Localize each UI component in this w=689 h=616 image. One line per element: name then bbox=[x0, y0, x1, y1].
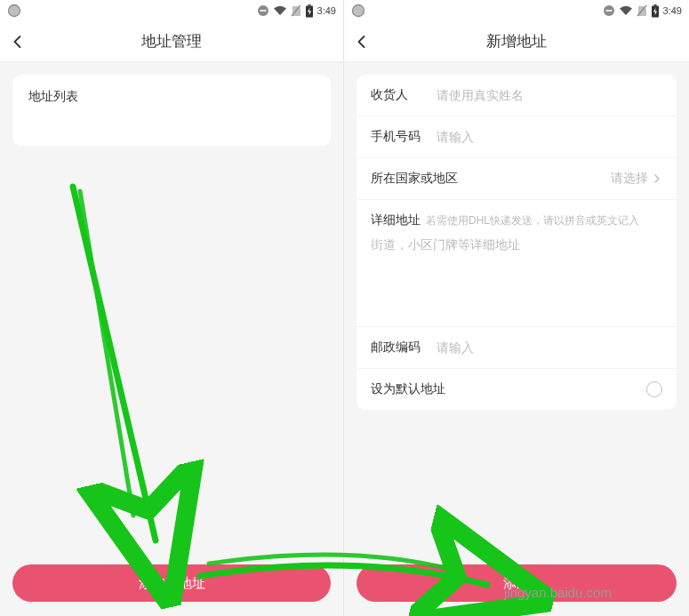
region-select-text: 请选择 bbox=[611, 171, 648, 187]
add-address-button[interactable]: 添加新地址 bbox=[12, 564, 331, 602]
address-form-card: 收货人 手机号码 所在国家或地区 请选择 详细地址 bbox=[357, 75, 677, 410]
camera-shutter-icon bbox=[7, 4, 21, 18]
address-list-heading: 地址列表 bbox=[12, 75, 331, 119]
status-bar: 3:49 bbox=[0, 0, 343, 21]
postal-label: 邮政编码 bbox=[371, 340, 437, 356]
postal-input[interactable] bbox=[437, 341, 662, 355]
recipient-input[interactable] bbox=[437, 89, 662, 102]
postal-row[interactable]: 邮政编码 bbox=[357, 327, 677, 369]
region-row[interactable]: 所在国家或地区 请选择 bbox=[357, 158, 677, 200]
svg-rect-8 bbox=[605, 10, 612, 12]
battery-icon bbox=[651, 4, 660, 18]
svg-rect-2 bbox=[260, 10, 266, 12]
recipient-row[interactable]: 收货人 bbox=[357, 75, 677, 116]
titlebar: 新增地址 bbox=[344, 21, 689, 62]
detail-hint: 若需使用DHL快递发送，请以拼音或英文记入 bbox=[426, 213, 639, 228]
chevron-right-icon bbox=[652, 173, 662, 184]
detail-label: 详细地址 bbox=[371, 212, 421, 228]
camera-shutter-icon bbox=[351, 4, 365, 18]
battery-icon bbox=[305, 4, 314, 18]
detail-address-row[interactable]: 详细地址 若需使用DHL快递发送，请以拼音或英文记入 bbox=[357, 200, 677, 327]
region-label: 所在国家或地区 bbox=[371, 171, 458, 187]
status-time: 3:49 bbox=[663, 5, 682, 16]
detail-input[interactable] bbox=[371, 237, 662, 319]
chevron-left-icon bbox=[10, 34, 26, 50]
wifi-icon bbox=[273, 5, 287, 16]
phone-row[interactable]: 手机号码 bbox=[357, 116, 677, 158]
phone-label: 手机号码 bbox=[371, 129, 437, 145]
submit-add-button[interactable]: 添加 bbox=[357, 564, 677, 602]
phone-input[interactable] bbox=[437, 131, 662, 144]
default-toggle-label: 设为默认地址 bbox=[371, 381, 445, 397]
back-button[interactable] bbox=[0, 21, 36, 62]
no-sim-icon bbox=[291, 4, 301, 17]
status-time: 3:49 bbox=[317, 5, 336, 16]
status-bar: 3:49 bbox=[344, 0, 689, 21]
no-sim-icon bbox=[637, 4, 647, 17]
svg-rect-4 bbox=[308, 4, 310, 6]
default-toggle[interactable] bbox=[646, 381, 662, 397]
page-title: 地址管理 bbox=[0, 31, 343, 52]
chevron-left-icon bbox=[354, 34, 370, 50]
page-title: 新增地址 bbox=[344, 31, 689, 52]
titlebar: 地址管理 bbox=[0, 21, 343, 62]
do-not-disturb-icon bbox=[257, 4, 269, 17]
wifi-icon bbox=[619, 5, 633, 16]
address-list-card: 地址列表 bbox=[12, 75, 331, 146]
back-button[interactable] bbox=[344, 21, 380, 62]
svg-rect-10 bbox=[653, 4, 656, 6]
default-address-row[interactable]: 设为默认地址 bbox=[357, 369, 677, 410]
do-not-disturb-icon bbox=[603, 4, 615, 17]
recipient-label: 收货人 bbox=[371, 87, 437, 103]
